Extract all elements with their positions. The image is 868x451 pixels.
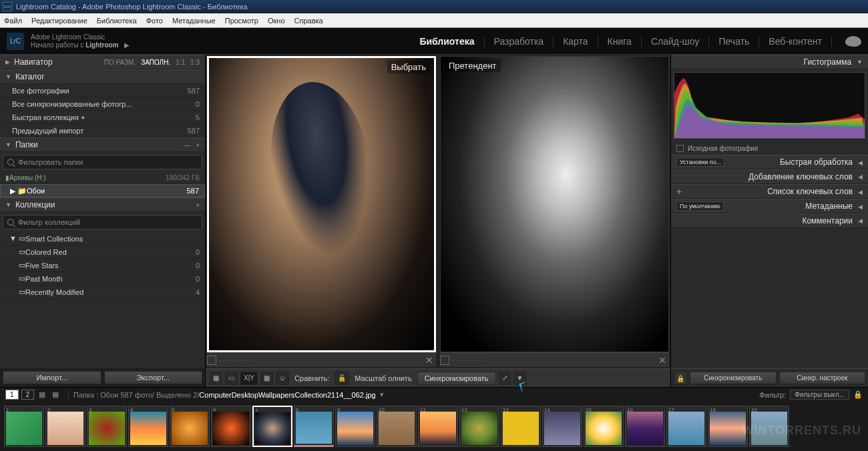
right-sync-button[interactable]: Синхронизировать [690,372,777,384]
screen-1[interactable]: 1 [5,390,19,400]
import-button[interactable]: Импорт... [3,371,101,384]
right-panel: Гистограмма▼ Исходная фотография Установ… [670,55,868,387]
catalog-quick[interactable]: Быстрая коллекция +5 [0,111,205,124]
module-print[interactable]: Печать [709,36,759,47]
thumb-1[interactable]: 1 [4,406,44,447]
close-icon[interactable]: ✕ [425,355,433,366]
sync-settings-button[interactable]: Синхр. настроек [779,372,866,384]
thumb-4[interactable]: 4 [128,406,168,447]
center-toolbar: ▦ ▭ X|Y ▦ ☺ Сравнить: 🔓 Масштаб олнить С… [206,368,670,387]
sync-button[interactable]: Синхронизировать [417,372,496,385]
menu-help[interactable]: Справка [294,17,323,25]
thumb-9[interactable]: 9 [335,406,375,447]
keyword-list-header[interactable]: +Список ключевых слов◀ [671,184,868,199]
module-bar: LrC Adobe Lightroom Classic Начало работ… [0,28,868,55]
menu-view[interactable]: Просмотр [225,17,258,25]
sc-recently-modified[interactable]: ▭ Recently Modified4 [0,286,205,299]
folder-oboi[interactable]: ▶ 📁 Обои587 [0,184,205,197]
module-slideshow[interactable]: Слайд-шоу [642,36,710,47]
select-label: Выбрать [387,61,430,73]
folder-filter-input[interactable]: Фильтровать папки [3,155,202,169]
quick-develop-header[interactable]: Установки по... Быстрая обработка◀ [671,155,868,169]
volume-row[interactable]: ▮ Архивы (H:)190/342 ГБ [0,172,205,184]
smart-collections[interactable]: ▼ ▭ Smart Collections [0,232,205,246]
menu-edit[interactable]: Редактирование [31,17,87,25]
collections-header[interactable]: ▼Коллекции+ [0,197,205,212]
thumb-11[interactable]: 11 [418,406,458,447]
keywording-header[interactable]: Добавление ключевых слов◀ [671,169,868,184]
folders-header[interactable]: ▼Папки—+ [0,137,205,152]
grid-icon[interactable]: ▦ [39,390,48,400]
search-icon [7,219,14,226]
swap-icon[interactable]: ⤢ [499,372,511,385]
sync-lock-icon[interactable]: 🔒 [674,372,687,385]
window-title: Lightroom Catalog - Adobe Photoshop Ligh… [16,3,248,11]
thumb-19[interactable]: 19 [749,406,789,447]
grid-view-icon[interactable]: ▦ [210,372,222,385]
thumb-6[interactable]: 6 [211,406,251,447]
survey-view-icon[interactable]: ▦ [260,372,273,385]
module-map[interactable]: Карта [554,36,598,47]
comments-header[interactable]: Комментарии◀ [671,213,868,228]
people-view-icon[interactable]: ☺ [276,372,289,385]
thumb-5[interactable]: 5 [170,406,210,447]
app-icon: Lrc [3,2,12,11]
filter-select[interactable]: Фильтры выкл... [790,390,849,400]
original-photo-checkbox[interactable]: Исходная фотография [671,141,868,155]
filmstrip[interactable]: 1 2 3 4 5 6 7 8 9 10 11 12 13 14 15 16 1… [0,402,868,451]
close-icon[interactable]: ✕ [658,355,666,366]
thumb-3[interactable]: 3 [87,406,127,447]
lock-icon[interactable]: 🔓 [335,372,349,385]
catalog-previous-import[interactable]: Предыдущий импорт587 [0,124,205,137]
screen-2[interactable]: 2 [21,390,35,400]
cloud-sync-icon[interactable] [845,36,861,47]
thumb-15[interactable]: 15 [584,406,624,447]
sc-colored-red[interactable]: ▭ Colored Red0 [0,246,205,259]
menu-library[interactable]: Библиотека [97,17,137,25]
thumb-7[interactable]: 7 [252,406,292,447]
compare-view-icon[interactable]: X|Y [240,372,258,385]
menu-window[interactable]: Окно [268,17,285,25]
filename[interactable]: ComputerDesktopWallpapersCollection2114_… [199,391,375,399]
catalog-all-photos[interactable]: Все фотографии587 [0,84,205,97]
select-image[interactable]: Выбрать [207,56,436,352]
grid-icon-2[interactable]: ▦ [52,390,61,400]
thumb-8[interactable]: 8 [294,406,334,447]
thumb-17[interactable]: 17 [666,406,706,447]
histogram-header[interactable]: Гистограмма▼ [671,55,868,69]
thumb-18[interactable]: 18 [708,406,748,447]
thumb-14[interactable]: 14 [542,406,582,447]
toolbar-menu[interactable]: ▼ [513,372,527,385]
module-book[interactable]: Книга [598,36,642,47]
filmstrip-info-bar: 1 2 ▦ ▦ | Папка : Обои 587 фото/ Выделен… [0,387,868,402]
select-footer[interactable]: · · · · · · · ·✕ [207,352,436,367]
catalog-synced[interactable]: Все синхронизированные фотогр...0 [0,97,205,111]
menu-metadata[interactable]: Метаданные [172,17,216,25]
module-develop[interactable]: Разработка [485,36,554,47]
search-icon [7,159,14,165]
sc-five-stars[interactable]: ▭ Five Stars0 [0,259,205,272]
module-library[interactable]: Библиотека [410,36,484,47]
thumb-10[interactable]: 10 [377,406,417,447]
loupe-view-icon[interactable]: ▭ [225,372,238,385]
sc-past-month[interactable]: ▭ Past Month0 [0,272,205,286]
menu-bar[interactable]: Файл Редактирование Библиотека Фото Мета… [0,13,868,28]
catalog-header[interactable]: ▼Каталог [0,69,205,84]
thumb-2[interactable]: 2 [45,406,85,447]
module-web[interactable]: Веб-контент [759,36,832,47]
collection-filter-input[interactable]: Фильтр коллекций [3,215,202,230]
candidate-footer[interactable]: · · · · · · · ·✕ [440,352,669,367]
metadata-header[interactable]: По умолчанию Метаданные◀ [671,199,868,213]
candidate-image[interactable]: Претендент [440,56,669,352]
product-tagline: Adobe Lightroom Classic Начало работы с … [31,33,130,49]
path-label: Папка : Обои 587 фото/ Выделено 2/ [73,391,199,399]
thumb-16[interactable]: 16 [625,406,665,447]
menu-photo[interactable]: Фото [146,17,163,25]
filter-lock-icon[interactable]: 🔒 [853,390,863,399]
thumb-12[interactable]: 12 [459,406,499,447]
thumb-13[interactable]: 13 [501,406,541,447]
menu-file[interactable]: Файл [4,17,22,25]
navigator-header[interactable]: ▶Навигатор ПО РАЗМ. ЗАПОЛН. 1:1 1:3 [0,55,205,69]
export-button[interactable]: Экспорт... [104,371,203,384]
compare-label: Сравнить: [294,374,329,382]
